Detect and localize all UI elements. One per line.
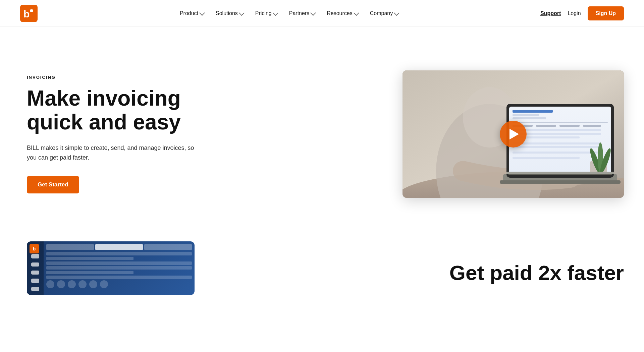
get-paid-title: Get paid 2x faster: [449, 261, 624, 284]
svg-rect-11: [513, 110, 553, 113]
svg-rect-14: [513, 122, 608, 123]
chevron-down-icon: [239, 10, 245, 16]
hero-title: Make invoicing quick and easy: [27, 86, 221, 134]
recent-icon: [31, 271, 39, 275]
svg-rect-13: [513, 117, 546, 119]
second-section: b: [0, 235, 644, 308]
get-paid-section: Get paid 2x faster: [313, 241, 624, 284]
app-row: [46, 261, 192, 265]
svg-rect-18: [583, 125, 601, 127]
app-row: [46, 252, 192, 255]
play-icon: [509, 129, 519, 139]
app-row: [46, 276, 192, 279]
chevron-down-icon: [354, 10, 359, 16]
network-icon: [31, 254, 39, 258]
nav-item-partners[interactable]: Partners: [284, 8, 319, 19]
play-button[interactable]: [500, 121, 527, 148]
bottom-icon: [46, 280, 54, 288]
bottom-icon: [78, 280, 87, 288]
signup-button[interactable]: Sign Up: [588, 6, 624, 20]
bottom-icon: [57, 280, 65, 288]
nav-item-pricing[interactable]: Pricing: [251, 8, 282, 19]
app-tab: [144, 244, 192, 250]
svg-rect-22: [513, 142, 601, 144]
svg-rect-12: [513, 114, 539, 116]
hero-media: [302, 70, 624, 198]
app-preview-panel: b: [27, 241, 201, 295]
svg-rect-24: [513, 152, 601, 154]
chevron-down-icon: [273, 10, 278, 16]
app-content: [46, 252, 192, 279]
app-row: [46, 266, 192, 270]
svg-rect-2: [30, 9, 33, 12]
hero-section: INVOICING Make invoicing quick and easy …: [0, 27, 644, 235]
support-link[interactable]: Support: [540, 10, 561, 16]
svg-rect-17: [559, 125, 580, 127]
chevron-down-icon: [199, 10, 205, 16]
nav-item-resources[interactable]: Resources: [322, 8, 362, 19]
app-tab-active: [95, 244, 143, 250]
nav-links: Product Solutions Pricing Partners Resou…: [175, 8, 403, 19]
bottom-icon: [100, 280, 108, 288]
nav-item-company[interactable]: Company: [365, 8, 403, 19]
svg-rect-23: [513, 146, 601, 148]
bill-small-logo: b: [30, 244, 39, 253]
hero-content: INVOICING Make invoicing quick and easy …: [27, 75, 221, 193]
settings-icon: [31, 287, 39, 291]
sync-icon: [31, 279, 39, 283]
app-row: [46, 271, 133, 274]
nav-item-solutions[interactable]: Solutions: [211, 8, 248, 19]
svg-rect-8: [500, 180, 621, 184]
nav-actions: Support Login Sign Up: [540, 6, 624, 20]
app-main: [44, 241, 195, 295]
app-row: [46, 257, 133, 260]
app-screenshot: b: [27, 241, 195, 295]
hero-eyebrow: INVOICING: [27, 75, 221, 80]
svg-rect-31: [506, 172, 614, 174]
main-navigation: b Product Solutions Pricing Partners Res…: [0, 0, 644, 27]
todo-icon: [31, 262, 39, 267]
chevron-down-icon: [310, 10, 316, 16]
nav-item-product[interactable]: Product: [175, 8, 208, 19]
video-thumbnail[interactable]: [402, 70, 624, 198]
login-link[interactable]: Login: [568, 10, 581, 16]
chevron-down-icon: [394, 10, 399, 16]
svg-rect-16: [536, 125, 556, 127]
hero-description: BILL makes it simple to create, send, an…: [27, 143, 195, 163]
bottom-icon: [89, 280, 97, 288]
logo-link[interactable]: b: [20, 5, 38, 22]
bottom-icon: [68, 280, 76, 288]
svg-rect-25: [513, 157, 580, 159]
app-tabs: [46, 244, 192, 250]
app-bottom-bar: [46, 280, 192, 288]
get-started-button[interactable]: Get Started: [27, 176, 79, 193]
app-tab: [46, 244, 94, 250]
svg-text:b: b: [23, 8, 30, 19]
